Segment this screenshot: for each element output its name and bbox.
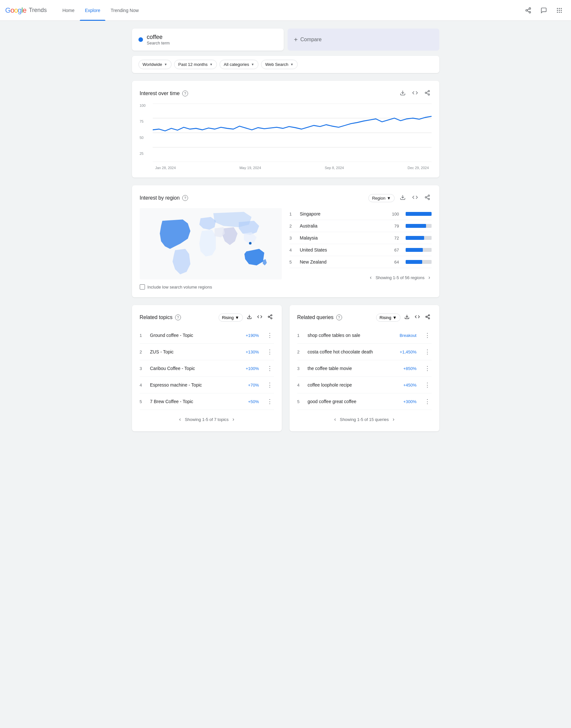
google-trends-logo[interactable]: Google Trends [5, 6, 47, 15]
query-value: +300% [404, 399, 417, 404]
filter-category[interactable]: All categories ▼ [220, 60, 258, 69]
svg-point-13 [561, 12, 562, 13]
topics-share-icon[interactable] [266, 313, 274, 322]
search-type: Search term [147, 40, 170, 46]
region-embed-icon[interactable] [411, 193, 419, 203]
region-dropdown-icon: ▼ [387, 196, 391, 201]
queries-help-icon[interactable]: ? [336, 314, 342, 321]
related-queries-title: Related queries ? [297, 314, 342, 321]
related-query-item[interactable]: 2 costa coffee hot chocolate death +1,45… [297, 344, 432, 360]
topic-menu-icon[interactable]: ⋮ [265, 331, 274, 340]
region-bar [406, 212, 432, 216]
region-prev-page[interactable]: ‹ [369, 273, 373, 282]
queries-prev-page[interactable]: ‹ [333, 415, 337, 424]
card-actions [398, 89, 432, 98]
line-chart-svg [153, 103, 432, 162]
share-chart-icon[interactable] [423, 89, 432, 98]
search-section: coffee Search term + Compare [132, 28, 439, 51]
query-menu-icon[interactable]: ⋮ [423, 381, 432, 389]
topics-filter-dropdown[interactable]: Rising ▼ [219, 313, 243, 322]
region-bar [406, 248, 423, 252]
related-topic-item[interactable]: 3 Caribou Coffee - Topic +100% ⋮ [140, 360, 274, 377]
query-menu-icon[interactable]: ⋮ [423, 397, 432, 406]
feedback-icon-btn[interactable] [537, 4, 550, 17]
help-icon[interactable]: ? [182, 91, 188, 96]
nav-explore[interactable]: Explore [80, 0, 105, 21]
svg-point-17 [428, 94, 430, 95]
topic-name: Espresso machine - Topic [150, 382, 244, 387]
topics-help-icon[interactable]: ? [175, 314, 181, 321]
region-next-page[interactable]: › [427, 273, 431, 282]
region-item[interactable]: 3 Malaysia 72 [290, 232, 432, 244]
topic-value: +70% [248, 383, 259, 387]
embed-icon[interactable] [411, 89, 419, 98]
related-query-item[interactable]: 1 shop coffee tables on sale Breakout ⋮ [297, 327, 432, 344]
topic-menu-icon[interactable]: ⋮ [265, 364, 274, 373]
svg-line-4 [527, 9, 529, 10]
topic-menu-icon[interactable]: ⋮ [265, 397, 274, 406]
related-topic-item[interactable]: 5 7 Brew Coffee - Topic +50% ⋮ [140, 393, 274, 410]
region-score: 72 [387, 236, 399, 241]
low-volume-checkbox[interactable] [140, 284, 145, 289]
topic-menu-icon[interactable]: ⋮ [265, 348, 274, 356]
apps-icon [556, 7, 563, 14]
related-topic-item[interactable]: 4 Espresso machine - Topic +70% ⋮ [140, 377, 274, 393]
svg-point-27 [425, 197, 427, 198]
topics-download-icon[interactable] [245, 313, 253, 322]
queries-filter-arrow: ▼ [393, 315, 397, 320]
svg-point-35 [271, 318, 272, 319]
apps-icon-btn[interactable] [553, 4, 566, 17]
query-rank: 4 [297, 383, 304, 387]
svg-point-40 [426, 316, 427, 317]
region-item[interactable]: 4 United States 67 [290, 244, 432, 256]
navbar: Google Trends Home Explore Trending Now [0, 0, 571, 21]
download-icon[interactable] [398, 89, 407, 98]
query-value: Breakout [399, 333, 416, 338]
queries-download-icon[interactable] [403, 313, 411, 322]
filter-location[interactable]: Worldwide ▼ [138, 60, 172, 69]
topic-name: ZUS - Topic [150, 349, 242, 354]
related-query-item[interactable]: 4 coffee loophole recipe +450% ⋮ [297, 377, 432, 393]
share-icon-btn[interactable] [522, 4, 535, 17]
topics-prev-page[interactable]: ‹ [178, 415, 182, 424]
region-bar-container [406, 212, 432, 216]
filter-time-range[interactable]: Past 12 months ▼ [174, 60, 217, 69]
related-topic-item[interactable]: 1 Ground coffee - Topic +190% ⋮ [140, 327, 274, 344]
query-menu-icon[interactable]: ⋮ [423, 348, 432, 356]
region-item[interactable]: 1 Singapore 100 [290, 208, 432, 220]
related-query-item[interactable]: 5 good coffee great coffee +300% ⋮ [297, 393, 432, 410]
related-query-item[interactable]: 3 the coffee table movie +850% ⋮ [297, 360, 432, 377]
y-label-100: 100 [140, 103, 145, 107]
region-item[interactable]: 5 New Zealand 64 [290, 256, 432, 268]
nav-home[interactable]: Home [57, 0, 80, 21]
filters-section: Worldwide ▼ Past 12 months ▼ All categor… [132, 56, 439, 73]
queries-next-page[interactable]: › [391, 415, 395, 424]
filter-search-type[interactable]: Web Search ▼ [261, 60, 298, 69]
topic-menu-icon[interactable]: ⋮ [265, 381, 274, 389]
topic-rank: 5 [140, 399, 146, 404]
topics-embed-icon[interactable] [256, 313, 264, 322]
region-share-icon[interactable] [423, 193, 432, 203]
queries-embed-icon[interactable] [414, 313, 421, 322]
svg-point-5 [557, 8, 558, 9]
topics-next-page[interactable]: › [231, 415, 235, 424]
low-volume-label: Include low search volume regions [147, 285, 212, 289]
svg-line-18 [426, 93, 428, 94]
search-dot [138, 37, 143, 42]
region-item[interactable]: 2 Australia 79 [290, 220, 432, 232]
compare-box[interactable]: + Compare [288, 28, 439, 51]
queries-share-icon[interactable] [424, 313, 432, 322]
region-list-section: 1 Singapore 100 2 Australia 79 3 Malaysi… [290, 208, 432, 282]
nav-trending[interactable]: Trending Now [105, 0, 144, 21]
queries-pagination-text: Showing 1-5 of 15 queries [340, 417, 389, 422]
related-topic-item[interactable]: 2 ZUS - Topic +130% ⋮ [140, 344, 274, 360]
queries-filter-dropdown[interactable]: Rising ▼ [376, 313, 401, 322]
region-filter-dropdown[interactable]: Region ▼ [368, 194, 394, 202]
share-icon [525, 7, 532, 14]
region-bar-container [406, 236, 432, 240]
query-menu-icon[interactable]: ⋮ [423, 331, 432, 340]
region-help-icon[interactable]: ? [182, 195, 188, 201]
filter-category-label: All categories [224, 62, 249, 67]
query-menu-icon[interactable]: ⋮ [423, 364, 432, 373]
region-download-icon[interactable] [398, 193, 407, 203]
